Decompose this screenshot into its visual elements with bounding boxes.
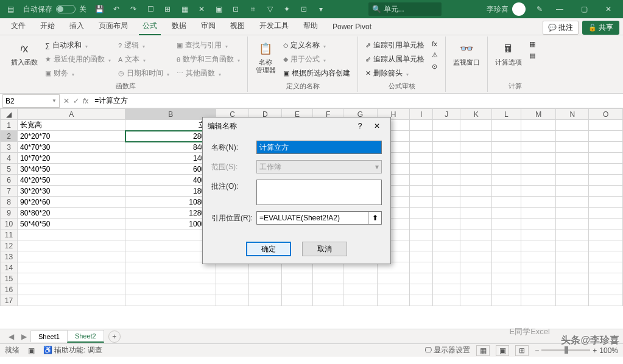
row-header[interactable]: 6 [1,175,18,186]
qat-icon[interactable]: ⌗ [245,2,261,16]
row-header[interactable]: 16 [1,284,18,295]
cell[interactable] [492,142,521,153]
cell[interactable] [432,229,460,240]
cell[interactable] [432,120,460,131]
sheet-nav-next-icon[interactable]: ▶ [18,332,30,341]
zoom-slider[interactable]: − + 100% [535,346,618,355]
cell[interactable] [432,284,460,295]
cell[interactable] [460,251,492,262]
cell[interactable] [410,131,432,142]
cell[interactable] [281,273,313,284]
name-box[interactable]: B2 ▼ [2,94,60,108]
cell[interactable] [125,295,216,306]
error-check-icon[interactable]: ⚠ [429,50,440,60]
cell[interactable] [556,208,589,219]
cell[interactable] [410,153,432,164]
cell[interactable] [432,153,460,164]
cell[interactable] [589,164,623,175]
tab-home[interactable]: 开始 [33,17,62,35]
search-box[interactable]: 🔍 单元... [368,2,442,16]
cell[interactable] [410,175,432,186]
cell[interactable] [521,273,556,284]
cell[interactable]: 90*20*60 [18,197,125,208]
cell[interactable] [460,208,492,219]
tab-developer[interactable]: 开发工具 [252,17,296,35]
share-button[interactable]: 🔓 共享 [582,21,619,35]
cell[interactable] [556,219,589,229]
cell[interactable] [492,229,521,240]
tab-view[interactable]: 视图 [223,17,252,35]
row-header[interactable]: 3 [1,142,18,153]
cell[interactable] [216,284,249,295]
fx-icon[interactable]: fx [83,97,88,105]
column-header[interactable]: A [18,109,125,120]
tab-help[interactable]: 帮助 [296,17,325,35]
cell[interactable] [432,175,460,186]
other-functions-button[interactable]: ⋯ 其他函数 [174,67,242,80]
cell[interactable] [589,273,623,284]
row-header[interactable]: 11 [1,229,18,240]
calc-options-button[interactable]: 🖩 计算选项 [493,39,524,68]
accessibility-status[interactable]: ♿ 辅助功能: 调查 [43,345,102,355]
cell[interactable] [410,197,432,208]
cell[interactable] [556,197,589,208]
sheet-nav-prev-icon[interactable]: ◀ [5,332,18,341]
calc-now-icon[interactable]: ▦ [527,39,538,49]
cell[interactable] [460,164,492,175]
cell[interactable] [410,295,432,306]
undo-icon[interactable]: ↶ [108,2,124,16]
autosum-button[interactable]: ∑ 自动求和 [43,39,113,52]
insert-function-button[interactable]: fx 插入函数 [9,39,40,68]
cell[interactable] [432,197,460,208]
cell[interactable] [492,284,521,295]
recent-functions-button[interactable]: ★ 最近使用的函数 [43,53,113,66]
cell[interactable] [556,131,589,142]
cell[interactable] [521,197,556,208]
zoom-track[interactable] [541,349,590,351]
cell[interactable] [556,142,589,153]
cell[interactable] [313,295,343,306]
comments-button[interactable]: 💬 批注 [543,21,579,35]
macro-icon[interactable]: ▣ [28,346,35,355]
cell[interactable] [313,273,343,284]
cell[interactable] [556,295,589,306]
tab-review[interactable]: 审阅 [194,17,223,35]
datetime-button[interactable]: ◷ 日期和时间 [116,67,172,80]
cell[interactable] [521,262,556,273]
tab-insert[interactable]: 插入 [62,17,91,35]
create-from-selection-button[interactable]: ▣ 根据所选内容创建 [281,67,353,80]
row-header[interactable]: 4 [1,153,18,164]
cell[interactable] [521,295,556,306]
tab-layout[interactable]: 页面布局 [91,17,135,35]
cell[interactable] [492,197,521,208]
cell[interactable] [281,284,313,295]
watch-window-button[interactable]: 👓 监视窗口 [451,39,482,68]
zoom-in-icon[interactable]: + [593,346,597,355]
close-icon[interactable]: ✕ [596,0,621,18]
cell[interactable] [589,131,623,142]
tab-formulas[interactable]: 公式 [135,17,164,35]
cell[interactable] [281,295,313,306]
cell[interactable] [343,273,378,284]
cell[interactable] [492,153,521,164]
cell[interactable] [492,186,521,197]
cell[interactable] [410,251,432,262]
refers-to-input[interactable] [256,211,368,225]
qat-icon[interactable]: ▣ [211,2,227,16]
cell[interactable] [492,251,521,262]
column-header[interactable]: N [556,109,589,120]
cell[interactable] [521,142,556,153]
tab-file[interactable]: 文件 [4,17,33,35]
normal-view-icon[interactable]: ▦ [476,345,490,356]
column-header[interactable]: L [492,109,521,120]
cell[interactable] [249,273,282,284]
cell[interactable] [589,295,623,306]
cell[interactable] [492,175,521,186]
use-in-formula-button[interactable]: ◆ 用于公式 [281,53,353,66]
cell[interactable] [216,273,249,284]
cell[interactable] [18,240,125,251]
remove-arrows-button[interactable]: ✕ 删除箭头 [363,67,427,80]
cell[interactable] [589,229,623,240]
show-formulas-icon[interactable]: fx [429,39,440,49]
cell[interactable] [410,142,432,153]
